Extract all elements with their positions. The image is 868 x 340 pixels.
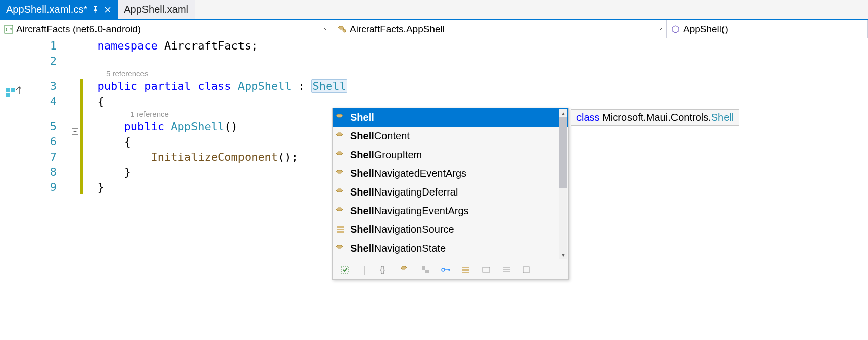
class-icon xyxy=(336,169,346,179)
svg-point-13 xyxy=(442,268,445,271)
fold-line xyxy=(75,89,75,194)
tooltip-class: Shell xyxy=(711,112,734,123)
tab-active[interactable]: AppShell.xaml.cs* xyxy=(0,0,118,19)
enum-icon xyxy=(336,225,346,235)
code-line: { xyxy=(84,94,868,109)
code-line: namespace AircraftFacts; xyxy=(84,38,868,54)
intellisense-filter-bar: | {} xyxy=(333,260,568,279)
intellisense-item[interactable]: ShellNavigatingDeferral xyxy=(333,183,568,202)
class-icon xyxy=(336,187,346,198)
svg-rect-4 xyxy=(11,88,15,92)
svg-point-15 xyxy=(448,269,450,271)
svg-rect-6 xyxy=(337,226,344,228)
svg-point-2 xyxy=(343,29,346,32)
svg-rect-11 xyxy=(422,266,425,270)
csharp-icon: C# xyxy=(4,25,13,34)
change-marker xyxy=(80,79,83,194)
code-line: public partial class AppShell : Shell xyxy=(84,79,868,94)
class-icon xyxy=(336,113,346,123)
tab-active-label: AppShell.xaml.cs* xyxy=(6,4,87,15)
intellisense-tooltip: class Microsoft.Maui.Controls.Shell xyxy=(571,109,739,126)
svg-rect-23 xyxy=(523,267,529,273)
svg-rect-3 xyxy=(6,88,10,92)
line-number: 3 xyxy=(21,79,57,94)
class-icon xyxy=(336,244,346,254)
scroll-thumb[interactable] xyxy=(559,117,567,188)
filter-braces-icon[interactable]: {} xyxy=(378,263,392,276)
track-changes-icon xyxy=(0,38,21,340)
nav-class-label: AircraftFacts.AppShell xyxy=(350,24,445,35)
intellisense-scrollbar[interactable]: ▲ ▼ xyxy=(559,109,567,259)
nav-member-label: AppShell() xyxy=(683,24,728,35)
intellisense-item[interactable]: ShellContent xyxy=(333,127,568,145)
line-number: 9 xyxy=(21,180,57,195)
class-icon xyxy=(336,131,346,141)
chevron-down-icon[interactable] xyxy=(324,27,329,32)
indicator-margin xyxy=(0,38,21,340)
fold-toggle[interactable]: − xyxy=(72,83,78,89)
svg-rect-17 xyxy=(462,269,469,271)
line-number: 6 xyxy=(21,134,57,150)
intellisense-item[interactable]: Shell xyxy=(333,108,568,127)
svg-rect-16 xyxy=(462,267,469,268)
scroll-down-icon[interactable]: ▼ xyxy=(559,251,567,259)
intellisense-item[interactable]: ShellNavigatingEventArgs xyxy=(333,202,568,220)
svg-rect-5 xyxy=(6,93,10,97)
filter-separator: | xyxy=(358,263,371,276)
line-number: 7 xyxy=(21,150,57,165)
svg-rect-18 xyxy=(462,272,469,273)
line-number: 5 xyxy=(21,119,57,134)
code-line xyxy=(84,54,868,69)
line-number: 2 xyxy=(21,54,57,69)
intellisense-item[interactable]: ShellTemplatedViewManager xyxy=(333,258,568,260)
filter-target-icon[interactable] xyxy=(338,263,351,276)
nav-member[interactable]: AppShell() xyxy=(667,20,868,38)
svg-rect-9 xyxy=(341,266,348,273)
line-number: 4 xyxy=(21,94,57,109)
chevron-down-icon[interactable] xyxy=(657,27,662,32)
intellisense-item[interactable]: ShellGroupItem xyxy=(333,145,568,164)
codelens[interactable]: 5 references xyxy=(84,69,868,79)
pin-icon[interactable] xyxy=(91,6,100,14)
intellisense-item[interactable]: ShellNavigationSource xyxy=(333,220,568,239)
nav-class[interactable]: AircraftFacts.AppShell xyxy=(333,20,667,38)
filter-keyword-icon[interactable] xyxy=(520,263,533,276)
fold-toggle[interactable]: − xyxy=(72,128,78,135)
filter-struct-icon[interactable] xyxy=(419,263,432,276)
svg-rect-7 xyxy=(337,229,344,230)
tab-inactive[interactable]: AppShell.xaml xyxy=(118,0,195,19)
svg-rect-12 xyxy=(425,270,429,273)
tooltip-keyword: class xyxy=(576,112,600,123)
svg-rect-8 xyxy=(337,231,344,233)
nav-bar: C# AircraftFacts (net6.0-android) Aircra… xyxy=(0,20,868,38)
class-icon xyxy=(336,206,346,216)
class-icon xyxy=(336,150,346,160)
svg-text:{}: {} xyxy=(380,265,385,274)
intellisense-popup[interactable]: Shell ShellContent ShellGroupItem ShellN… xyxy=(332,108,569,280)
filter-enum-icon[interactable] xyxy=(459,263,472,276)
line-number: 1 xyxy=(21,38,57,54)
nav-project-label: AircraftFacts (net6.0-android) xyxy=(16,24,141,35)
scroll-up-icon[interactable]: ▲ xyxy=(559,109,567,117)
intellisense-list[interactable]: Shell ShellContent ShellGroupItem ShellN… xyxy=(333,108,568,260)
method-icon xyxy=(671,25,680,34)
filter-class-icon[interactable] xyxy=(399,263,412,276)
line-numbers: 1 2 3 4 5 6 7 8 9 xyxy=(21,38,72,340)
close-icon[interactable] xyxy=(104,6,112,14)
line-number: 8 xyxy=(21,165,57,180)
filter-interface-icon[interactable] xyxy=(439,263,452,276)
nav-project[interactable]: C# AircraftFacts (net6.0-android) xyxy=(0,20,333,38)
tab-inactive-label: AppShell.xaml xyxy=(124,4,188,15)
tab-bar: AppShell.xaml.cs* AppShell.xaml xyxy=(0,0,868,20)
filter-constant-icon[interactable] xyxy=(500,263,513,276)
svg-text:C#: C# xyxy=(6,26,12,32)
class-icon xyxy=(337,25,347,34)
svg-rect-19 xyxy=(483,267,490,272)
tooltip-namespace: Microsoft.Maui.Controls. xyxy=(602,112,711,123)
intellisense-item[interactable]: ShellNavigationState xyxy=(333,239,568,258)
intellisense-item[interactable]: ShellNavigatedEventArgs xyxy=(333,164,568,183)
filter-delegate-icon[interactable] xyxy=(479,263,493,276)
